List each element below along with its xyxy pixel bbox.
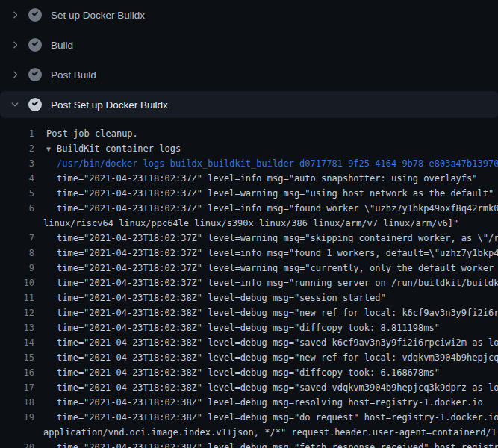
chevron-right-icon[interactable]	[9, 39, 21, 51]
log-text: time="2021-04-23T18:02:38Z" level=debug …	[34, 365, 440, 380]
line-number[interactable]: 14	[0, 335, 34, 350]
line-number[interactable]: 7	[0, 231, 34, 246]
log-text: time="2021-04-23T18:02:38Z" level=debug …	[34, 395, 483, 410]
log-row: 8time="2021-04-23T18:02:37Z" level=info …	[0, 246, 498, 261]
log-text: time="2021-04-23T18:02:37Z" level=warnin…	[34, 186, 494, 201]
line-number[interactable]: 12	[0, 305, 34, 320]
log-row: 17time="2021-04-23T18:02:38Z" level=debu…	[0, 380, 498, 395]
chevron-right-icon[interactable]	[9, 69, 21, 81]
line-number[interactable]: 11	[0, 290, 34, 305]
line-number[interactable]: 18	[0, 395, 34, 410]
log-row: 15time="2021-04-23T18:02:38Z" level=debu…	[0, 350, 498, 365]
log-text: time="2021-04-23T18:02:38Z" level=debug …	[34, 380, 498, 395]
line-number[interactable]: 2	[0, 141, 34, 156]
log-row: application/vnd.oci.image.index.v1+json,…	[0, 425, 498, 440]
line-number[interactable]: 1	[0, 126, 34, 141]
log-row: 6time="2021-04-23T18:02:37Z" level=info …	[0, 201, 498, 216]
log-row: 19time="2021-04-23T18:02:38Z" level=debu…	[0, 410, 498, 425]
log-text: time="2021-04-23T18:02:38Z" level=debug …	[34, 440, 498, 448]
line-number[interactable]: 13	[0, 320, 34, 335]
line-number[interactable]: 19	[0, 410, 34, 425]
step-row-set-up-docker-buildx[interactable]: Set up Docker Buildx	[0, 0, 498, 30]
step-label: Post Build	[51, 69, 96, 81]
step-label: Build	[51, 40, 73, 51]
line-number[interactable]: 8	[0, 246, 34, 261]
log-row: 20time="2021-04-23T18:02:38Z" level=debu…	[0, 440, 498, 448]
line-number[interactable]: 6	[0, 201, 34, 216]
step-row-build[interactable]: Build	[0, 30, 498, 60]
log-row: 10time="2021-04-23T18:02:37Z" level=info…	[0, 276, 498, 290]
log-row: 5time="2021-04-23T18:02:37Z" level=warni…	[0, 186, 498, 201]
log-text: time="2021-04-23T18:02:38Z" level=debug …	[34, 290, 386, 305]
step-row-post-build[interactable]: Post Build	[0, 60, 498, 90]
log-text: application/vnd.oci.image.index.v1+json,…	[34, 425, 498, 440]
log-row: 2▼BuildKit container logs	[0, 141, 498, 156]
line-number[interactable]: 5	[0, 186, 34, 201]
step-label: Post Set up Docker Buildx	[51, 99, 168, 111]
log-row: linux/riscv64 linux/ppc64le linux/s390x …	[0, 216, 498, 231]
line-number[interactable]: 16	[0, 365, 34, 380]
log-text: time="2021-04-23T18:02:37Z" level=info m…	[34, 246, 498, 261]
chevron-right-icon[interactable]	[9, 9, 21, 21]
log-text: linux/riscv64 linux/ppc64le linux/s390x …	[34, 216, 458, 231]
line-number[interactable]: 17	[0, 380, 34, 395]
line-number[interactable]: 3	[0, 156, 34, 171]
triangle-down-icon[interactable]: ▼	[46, 142, 57, 156]
step-row-post-set-up-docker-buildx[interactable]: Post Set up Docker Buildx	[0, 91, 498, 118]
check-circle-icon	[28, 98, 42, 111]
log-text: time="2021-04-23T18:02:38Z" level=debug …	[34, 410, 498, 425]
log-group-label[interactable]: BuildKit container logs	[57, 143, 181, 154]
line-number[interactable]: 20	[0, 440, 34, 448]
line-number	[0, 216, 34, 231]
actions-log-panel: Set up Docker BuildxBuildPost BuildPost …	[0, 0, 498, 448]
log-text: time="2021-04-23T18:02:38Z" level=debug …	[34, 335, 498, 350]
log-text: time="2021-04-23T18:02:37Z" level=info m…	[34, 276, 498, 290]
log-row: 16time="2021-04-23T18:02:38Z" level=debu…	[0, 365, 498, 380]
check-circle-icon	[28, 8, 42, 22]
log-row: 9time="2021-04-23T18:02:37Z" level=warni…	[0, 261, 498, 276]
log-text: Post job cleanup.	[34, 126, 138, 141]
log-row: 14time="2021-04-23T18:02:38Z" level=debu…	[0, 335, 498, 350]
steps-list: Set up Docker BuildxBuildPost BuildPost …	[0, 0, 498, 118]
log-row: 13time="2021-04-23T18:02:38Z" level=debu…	[0, 320, 498, 335]
line-number[interactable]: 4	[0, 171, 34, 186]
log-row: 18time="2021-04-23T18:02:38Z" level=debu…	[0, 395, 498, 410]
line-number[interactable]: 15	[0, 350, 34, 365]
log-row: 4time="2021-04-23T18:02:37Z" level=info …	[0, 171, 498, 186]
log-command-text: /usr/bin/docker logs buildx_buildkit_bui…	[34, 156, 498, 171]
log-viewer: 1Post job cleanup.2▼BuildKit container l…	[0, 119, 498, 448]
log-text: time="2021-04-23T18:02:38Z" level=debug …	[34, 350, 498, 365]
log-row: 3/usr/bin/docker logs buildx_buildkit_bu…	[0, 156, 498, 171]
log-row: 12time="2021-04-23T18:02:38Z" level=debu…	[0, 305, 498, 320]
line-number[interactable]: 9	[0, 261, 34, 276]
log-row: 7time="2021-04-23T18:02:37Z" level=warni…	[0, 231, 498, 246]
step-label: Set up Docker Buildx	[51, 10, 145, 21]
log-text: time="2021-04-23T18:02:37Z" level=warnin…	[34, 261, 498, 276]
log-text: time="2021-04-23T18:02:37Z" level=info m…	[34, 171, 478, 186]
line-number[interactable]: 10	[0, 276, 34, 290]
log-text: time="2021-04-23T18:02:38Z" level=debug …	[34, 320, 440, 335]
line-number	[0, 425, 34, 440]
log-row: 11time="2021-04-23T18:02:38Z" level=debu…	[0, 290, 498, 305]
log-text[interactable]: ▼BuildKit container logs	[34, 141, 181, 156]
chevron-down-icon[interactable]	[9, 99, 21, 111]
check-circle-icon	[28, 68, 42, 81]
log-text: time="2021-04-23T18:02:37Z" level=warnin…	[34, 231, 498, 246]
log-text: time="2021-04-23T18:02:37Z" level=info m…	[34, 201, 498, 216]
check-circle-icon	[28, 38, 42, 52]
log-text: time="2021-04-23T18:02:38Z" level=debug …	[34, 305, 498, 320]
log-row: 1Post job cleanup.	[0, 126, 498, 141]
